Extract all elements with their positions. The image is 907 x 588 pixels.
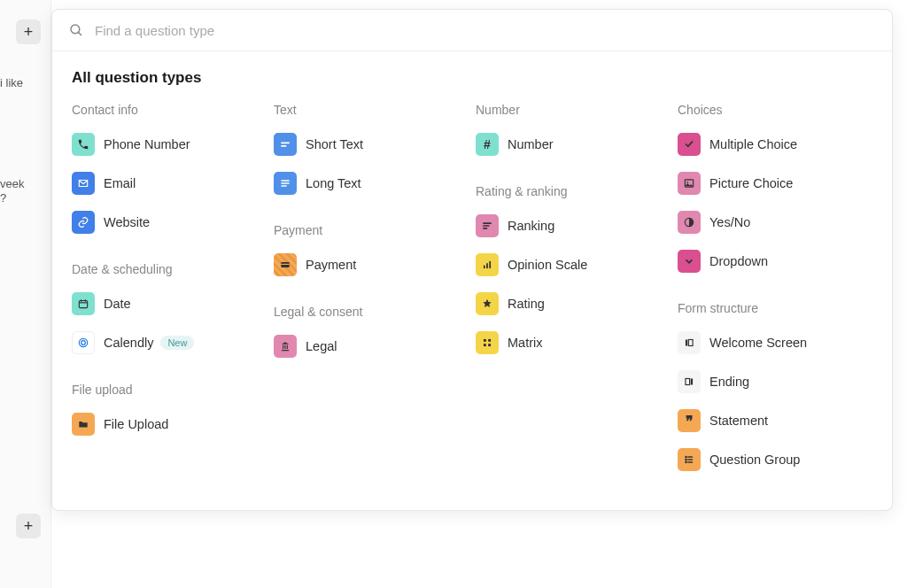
type-picture-choice[interactable]: Picture Choice [678, 168, 872, 198]
type-label: Picture Choice [709, 176, 793, 190]
type-label: Long Text [306, 176, 361, 190]
category-header-file: File upload [72, 383, 267, 397]
type-label: File Upload [104, 417, 168, 431]
svg-line-1 [78, 32, 81, 35]
type-statement[interactable]: ❞ Statement [678, 406, 872, 436]
search-row [52, 10, 892, 51]
category-header-number: Number [476, 103, 671, 117]
type-label: Matrix [508, 336, 542, 350]
add-question-button[interactable]: + [16, 19, 41, 44]
category-header-structure: Form structure [678, 301, 872, 315]
bar-chart-icon [476, 253, 499, 276]
type-label: Multiple Choice [709, 137, 797, 151]
svg-rect-22 [488, 339, 491, 342]
svg-rect-19 [486, 263, 488, 268]
type-label: Statement [709, 414, 768, 428]
type-file-upload[interactable]: File Upload [72, 409, 267, 439]
check-icon [678, 133, 701, 156]
matrix-icon [476, 331, 499, 354]
type-email[interactable]: Email [72, 168, 267, 198]
folder-icon [72, 413, 95, 436]
type-label: Rating [508, 297, 545, 311]
chevron-down-icon [678, 250, 701, 273]
svg-point-7 [81, 341, 86, 345]
type-long-text[interactable]: Long Text [274, 168, 469, 198]
type-label: Date [104, 297, 131, 311]
type-label: Yes/No [709, 215, 750, 229]
type-number[interactable]: # Number [476, 129, 671, 159]
svg-rect-23 [484, 344, 486, 346]
type-label: Short Text [306, 137, 363, 151]
category-header-rating: Rating & ranking [476, 184, 671, 198]
type-label: Welcome Screen [709, 336, 807, 350]
col-3: Number # Number Rating & ranking Ranking [476, 103, 671, 484]
category-header-contact: Contact info [72, 103, 267, 117]
ending-icon [678, 370, 701, 393]
search-input[interactable] [95, 23, 876, 38]
type-label: Ranking [508, 219, 554, 233]
phone-icon [72, 133, 95, 156]
type-multiple-choice[interactable]: Multiple Choice [678, 129, 872, 159]
type-opinion-scale[interactable]: Opinion Scale [476, 250, 671, 280]
category-header-legal: Legal & consent [274, 305, 469, 319]
svg-rect-24 [488, 344, 491, 346]
legal-icon [274, 335, 297, 358]
sidebar-text: ? [0, 191, 6, 205]
type-calendly[interactable]: Calendly New [72, 328, 267, 358]
svg-rect-31 [691, 379, 693, 385]
type-question-group[interactable]: Question Group [678, 445, 872, 475]
svg-rect-14 [281, 264, 289, 265]
type-label: Dropdown [709, 254, 768, 268]
svg-rect-21 [484, 339, 486, 342]
svg-point-26 [686, 182, 688, 183]
type-label: Calendly [104, 336, 153, 350]
link-icon [72, 211, 95, 234]
col-4: Choices Multiple Choice Picture Choice [678, 103, 872, 484]
type-label: Question Group [709, 453, 800, 467]
type-phone-number[interactable]: Phone Number [72, 129, 267, 159]
col-1: Contact info Phone Number Email [72, 103, 267, 484]
type-rating[interactable]: Rating [476, 289, 671, 319]
type-payment[interactable]: Payment [274, 250, 469, 280]
type-date[interactable]: Date [72, 289, 267, 319]
question-type-popover: All question types Contact info Phone Nu… [51, 9, 893, 511]
sidebar: + i like veek ? + [0, 0, 51, 588]
sidebar-text: veek [0, 177, 24, 190]
long-text-icon [274, 172, 297, 195]
svg-point-36 [686, 461, 686, 462]
type-legal[interactable]: Legal [274, 331, 469, 361]
type-ending[interactable]: Ending [678, 367, 872, 397]
type-label: Legal [306, 339, 337, 353]
add-question-button-bottom[interactable]: + [16, 514, 41, 538]
half-circle-icon [678, 211, 701, 234]
calendar-icon [72, 292, 95, 315]
type-ranking[interactable]: Ranking [476, 211, 671, 241]
credit-card-icon [274, 253, 297, 276]
quote-icon: ❞ [678, 409, 701, 432]
page-title: All question types [72, 69, 872, 87]
svg-point-34 [686, 459, 686, 460]
columns: Contact info Phone Number Email [72, 103, 872, 484]
type-label: Opinion Scale [508, 258, 587, 272]
type-label: Website [104, 215, 150, 229]
category-header-choices: Choices [678, 103, 872, 117]
hash-icon: # [476, 133, 499, 156]
list-icon [678, 448, 701, 471]
svg-point-6 [79, 338, 87, 346]
type-matrix[interactable]: Matrix [476, 328, 671, 358]
type-label: Email [104, 176, 136, 190]
content: All question types Contact info Phone Nu… [52, 51, 892, 510]
category-header-text: Text [274, 103, 469, 117]
short-text-icon [274, 133, 297, 156]
type-short-text[interactable]: Short Text [274, 129, 469, 159]
type-website[interactable]: Website [72, 207, 267, 237]
type-welcome-screen[interactable]: Welcome Screen [678, 328, 872, 358]
category-header-date: Date & scheduling [72, 262, 267, 276]
calendly-icon [72, 331, 95, 354]
svg-point-0 [71, 25, 80, 34]
svg-rect-29 [688, 340, 693, 346]
type-yes-no[interactable]: Yes/No [678, 207, 872, 237]
svg-rect-30 [686, 379, 690, 385]
svg-rect-20 [489, 261, 491, 268]
type-dropdown[interactable]: Dropdown [678, 246, 872, 276]
